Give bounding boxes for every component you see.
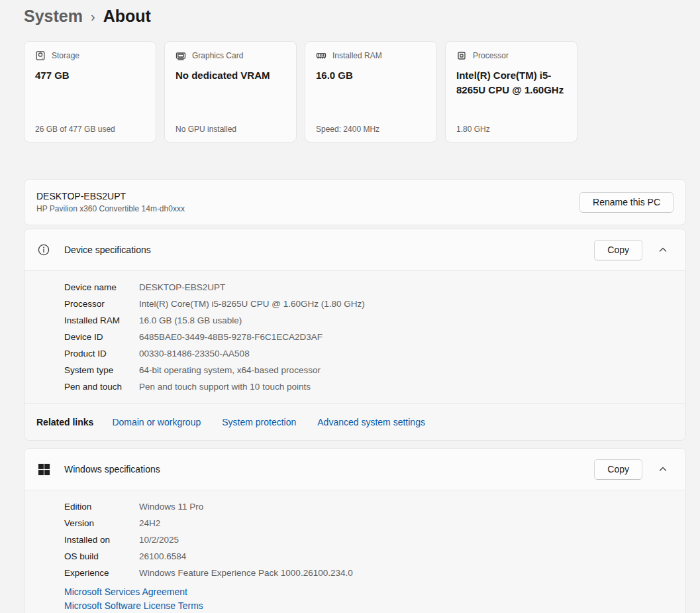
windows-specs-copy-button[interactable]: Copy [594,459,642,480]
storage-card: Storage 477 GB 26 GB of 477 GB used [24,41,156,142]
system-about-page: System › About Storage 477 GB 26 GB of 4… [0,0,700,613]
windows-specifications-header[interactable]: Windows specifications Copy [25,449,685,490]
storage-card-value: 477 GB [35,68,145,83]
rename-pc-button[interactable]: Rename this PC [579,192,674,213]
spec-row-installed-on: Installed on 10/2/2025 [64,531,674,548]
installed-ram-card-footer: Speed: 2400 MHz [316,125,426,134]
device-specifications-card: Device specifications Copy Device name D… [24,229,686,441]
device-name: DESKTOP-EBS2UPT [36,191,185,201]
device-name-card: DESKTOP-EBS2UPT HP Pavilion x360 Convert… [24,179,686,225]
spec-row-device-id: Device ID 6485BAE0-3449-48B5-9278-F6C1EC… [64,329,674,345]
spec-row-installed-ram: Installed RAM 16.0 GB (15.8 GB usable) [64,312,674,329]
storage-card-footer: 26 GB of 477 GB used [35,125,145,134]
spec-row-pen-and-touch: Pen and touch Pen and touch support with… [64,378,674,395]
installed-ram-card: Installed RAM 16.0 GB Speed: 2400 MHz [305,41,437,142]
link-domain-or-workgroup[interactable]: Domain or workgroup [112,417,201,427]
windows-specifications-content: Edition Windows 11 Pro Version 24H2 Inst… [25,490,685,613]
device-model: HP Pavilion x360 Convertible 14m-dh0xxx [36,204,185,213]
chevron-up-icon [659,465,667,473]
breadcrumb-chevron-icon: › [91,9,95,25]
related-links-label: Related links [36,417,93,427]
link-system-protection[interactable]: System protection [222,417,296,427]
spec-row-system-type: System type 64-bit operating system, x64… [64,362,674,378]
spec-row-product-id: Product ID 00330-81486-23350-AA508 [64,345,674,362]
page-title: About [103,7,151,26]
link-advanced-system-settings[interactable]: Advanced system settings [317,417,425,427]
spec-row-version: Version 24H2 [64,515,674,531]
windows-logo-icon [37,463,50,476]
ram-icon [316,50,326,61]
windows-specs-collapse-button[interactable] [652,458,674,480]
device-specs-copy-button[interactable]: Copy [594,240,642,260]
graphics-card-label: Graphics Card [192,51,243,60]
processor-icon [456,50,467,61]
chevron-up-icon [659,246,667,254]
spec-row-os-build: OS build 26100.6584 [64,548,674,565]
spec-row-processor: Processor Intel(R) Core(TM) i5-8265U CPU… [64,296,674,312]
breadcrumb: System › About [24,0,686,34]
installed-ram-card-label: Installed RAM [332,51,382,60]
processor-card-footer: 1.80 GHz [456,125,566,134]
about-sections: DESKTOP-EBS2UPT HP Pavilion x360 Convert… [24,179,686,613]
spec-row-experience: Experience Windows Feature Experience Pa… [64,565,674,581]
installed-ram-card-value: 16.0 GB [316,68,426,83]
storage-icon [35,50,46,61]
summary-cards: Storage 477 GB 26 GB of 477 GB used Grap… [24,41,686,142]
windows-specifications-card: Windows specifications Copy Edition Wind… [24,448,686,613]
device-specifications-content: Device name DESKTOP-EBS2UPT Processor In… [25,270,685,403]
processor-card: Processor Intel(R) Core(TM) i5-8265U CPU… [445,41,577,142]
graphics-card-footer: No GPU installed [175,125,285,134]
graphics-card-value: No dedicated VRAM [175,68,285,83]
windows-specifications-title: Windows specifications [64,464,594,474]
spec-row-device-name: Device name DESKTOP-EBS2UPT [64,279,674,296]
device-specifications-title: Device specifications [64,245,594,255]
device-specs-collapse-button[interactable] [652,239,674,261]
processor-card-value: Intel(R) Core(TM) i5-8265U CPU @ 1.60GHz [456,68,566,97]
device-specifications-header[interactable]: Device specifications Copy [25,229,685,270]
link-microsoft-software-license-terms[interactable]: Microsoft Software License Terms [64,600,203,612]
graphics-card-icon [175,50,186,61]
processor-card-label: Processor [473,51,509,60]
windows-license-links: Microsoft Services Agreement Microsoft S… [64,586,674,612]
related-links-row: Related links Domain or workgroup System… [25,403,685,440]
graphics-card: Graphics Card No dedicated VRAM No GPU i… [164,41,297,142]
info-icon [37,243,50,256]
spec-row-edition: Edition Windows 11 Pro [64,498,674,515]
storage-card-label: Storage [52,51,79,60]
link-microsoft-services-agreement[interactable]: Microsoft Services Agreement [64,586,187,598]
breadcrumb-system[interactable]: System [24,7,83,26]
